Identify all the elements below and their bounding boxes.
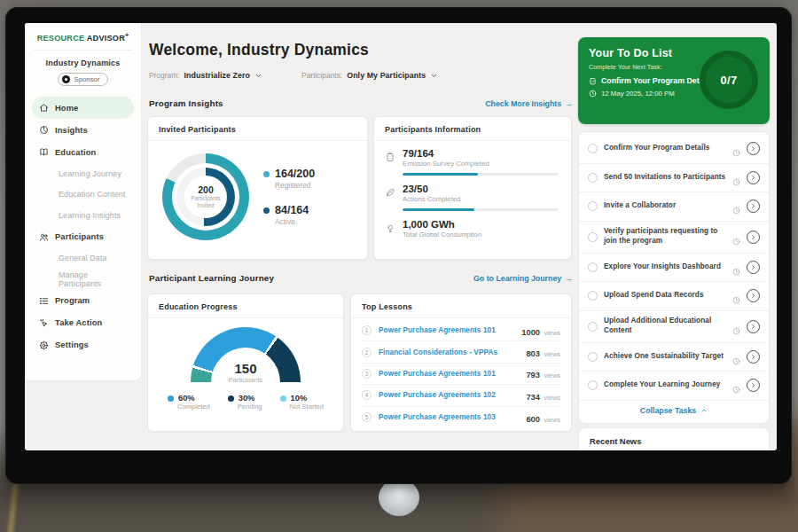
lesson-link[interactable]: Financial Considerations - VPPAs (379, 348, 519, 356)
list-icon (39, 296, 49, 306)
checkbox[interactable] (588, 352, 598, 362)
sidebar-item-label: Learning Journey (59, 169, 121, 178)
open-task-button[interactable] (747, 261, 760, 274)
checkbox[interactable] (588, 380, 598, 390)
education-card-body: 150 Participants 60% Completed 30% Pendi… (148, 318, 343, 411)
check-more-insights-link[interactable]: Check More Insights → (485, 99, 573, 108)
todo-item[interactable]: Send 50 Invitations to Participants (579, 163, 769, 192)
todo-item-label: Invite a Collaborator (604, 201, 726, 211)
education-gauge: 150 Participants (191, 327, 301, 382)
legend-pending: 30% Pending (228, 394, 262, 411)
chevron-right-icon (750, 234, 756, 240)
invited-card-body: 200 Participants Invited 164/200 Registe… (148, 141, 367, 249)
link-label: Check More Insights (485, 99, 561, 108)
sidebar-item-insights[interactable]: Insights (32, 119, 134, 141)
sidebar-item-education[interactable]: Education (32, 141, 134, 163)
todo-datetime-label: 12 May 2025, 12:00 PM (601, 90, 675, 98)
sidebar-item-take-action[interactable]: Take Action (32, 312, 134, 334)
rank-badge: 1 (362, 325, 372, 335)
sidebar-item-label: General Data (59, 254, 107, 262)
todo-item[interactable]: Upload Spend Data Records (579, 281, 769, 310)
legend-not-started: 10% Not Started (280, 394, 324, 411)
sidebar-item-settings[interactable]: Settings (32, 334, 134, 356)
checkbox[interactable] (588, 201, 598, 211)
checkbox[interactable] (588, 232, 598, 242)
filter-bar: Program: Industrialize Zero Participants… (149, 71, 438, 80)
logo-primary: RESOURCE (37, 34, 85, 43)
views-suffix: views (544, 329, 560, 337)
open-task-button[interactable] (747, 171, 760, 184)
sidebar-item-program[interactable]: Program (32, 290, 134, 312)
checkbox[interactable] (588, 262, 598, 272)
participants-dropdown[interactable]: Participants: Only My Participants (301, 71, 438, 80)
metric-value: 1,000 GWh (403, 219, 559, 230)
sidebar-item-learning-insights[interactable]: Learning Insights (32, 205, 134, 226)
todo-item[interactable]: Invite a Collaborator (579, 192, 769, 221)
metric-label: Emission Survey Completed (403, 160, 559, 168)
views-suffix: views (544, 416, 560, 424)
chevron-right-icon (750, 324, 756, 330)
checkbox[interactable] (588, 144, 598, 153)
open-task-button[interactable] (747, 200, 760, 213)
lesson-link[interactable]: Power Purchase Agreements 102 (379, 391, 519, 399)
todo-item-label: Upload Spend Data Records (604, 291, 726, 301)
home-icon (39, 103, 49, 113)
checkbox[interactable] (588, 322, 598, 332)
todo-item-label: Upload Additional Educational Content (604, 317, 726, 335)
sidebar-item-manage-participants[interactable]: Manage Participants (32, 269, 134, 290)
sidebar-item-label: Insights (55, 126, 88, 135)
lesson-link[interactable]: Power Purchase Agreements 101 (379, 370, 519, 378)
sidebar-item-education-content[interactable]: Education Content (32, 184, 134, 206)
collapse-tasks-label: Collapse Tasks (640, 406, 696, 415)
metric-emission-survey: 79/164 Emission Survey Completed (385, 148, 559, 176)
lessons-list: 1 Power Purchase Agreements 101 1000 vie… (351, 318, 571, 428)
sidebar-item-general-data[interactable]: General Data (32, 248, 134, 270)
todo-item[interactable]: Upload Additional Educational Content (579, 310, 769, 342)
sidebar-nav: Home Insights Education Learning Journey… (25, 93, 141, 356)
legend-pct: 10% (291, 394, 308, 403)
todo-item[interactable]: Verify participants requesting to join t… (579, 221, 769, 253)
lesson-row: 3 Power Purchase Agreements 101 793 view… (362, 364, 560, 385)
open-task-button[interactable] (747, 350, 760, 364)
recent-news-panel: Recent News (578, 427, 770, 450)
open-task-button[interactable] (747, 320, 760, 333)
checkbox[interactable] (588, 291, 598, 301)
chevron-right-icon (750, 382, 756, 388)
todo-item[interactable]: Achieve One Sustainability Target (579, 342, 769, 372)
metric-label: Actions Completed (403, 195, 559, 203)
program-dropdown[interactable]: Program: Industrialize Zero (149, 71, 262, 80)
open-task-button[interactable] (747, 289, 760, 302)
legend-pct: 30% (239, 394, 255, 403)
go-to-learning-journey-link[interactable]: Go to Learning Journey → (473, 274, 573, 283)
todo-item[interactable]: Explore Your Insights Dashboard (579, 253, 769, 282)
card-title: Participants Information (374, 117, 571, 141)
sidebar-item-participants[interactable]: Participants (32, 226, 134, 248)
sidebar-item-learning-journey[interactable]: Learning Journey (32, 163, 134, 184)
chevron-down-icon (254, 72, 262, 80)
open-task-button[interactable] (747, 142, 760, 155)
open-task-button[interactable] (747, 231, 760, 244)
rank-badge: 5 (362, 412, 372, 422)
views-count: 803 (526, 348, 540, 358)
lightbulb-icon (385, 223, 395, 233)
legend-registered: 164/200 Registered (263, 168, 315, 190)
checkbox[interactable] (588, 173, 598, 183)
sidebar-item-label: Participants (55, 232, 104, 241)
open-task-button[interactable] (747, 379, 760, 392)
chevron-right-icon (750, 203, 756, 209)
sidebar-item-home[interactable]: Home (32, 97, 134, 119)
org-name: Industry Dynamics (25, 59, 141, 67)
collapse-tasks-link[interactable]: Collapse Tasks (579, 400, 769, 421)
arrow-right-icon: → (565, 274, 573, 283)
section-title: Program Insights (149, 98, 223, 108)
sidebar-item-label: Program (55, 296, 90, 305)
lesson-row: 5 Power Purchase Agreements 103 600 view… (362, 407, 560, 428)
metric-consumption: 1,000 GWh Total Global Consumption (385, 219, 559, 239)
legend-dot-not-started (280, 395, 286, 402)
legend-dot-pending (228, 395, 234, 402)
lesson-link[interactable]: Power Purchase Agreements 101 (379, 326, 514, 334)
card-title: Invited Participants (148, 117, 367, 141)
todo-item[interactable]: Complete Your Learning Journey (579, 371, 769, 400)
lesson-link[interactable]: Power Purchase Agreements 103 (379, 413, 519, 421)
todo-item[interactable]: Confirm Your Program Details (579, 134, 769, 163)
